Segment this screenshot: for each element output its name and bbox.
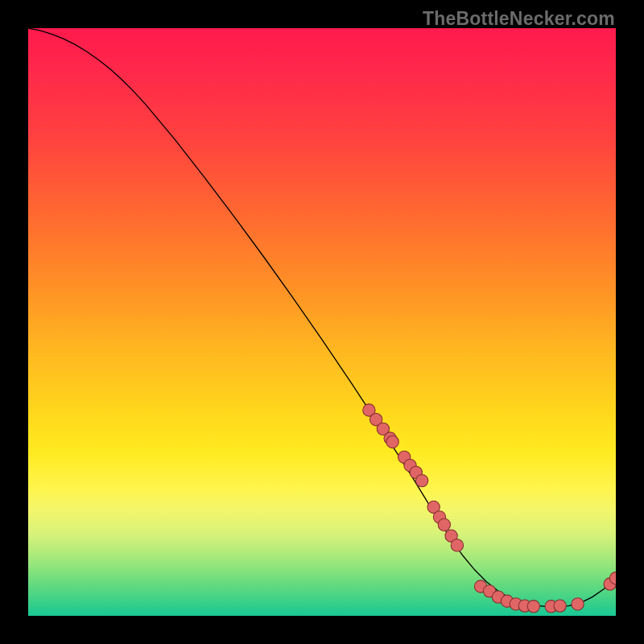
data-point	[554, 600, 566, 612]
curve-line	[28, 28, 616, 606]
watermark-label: TheBottleNecker.com	[423, 8, 615, 30]
data-point	[415, 474, 427, 486]
data-point	[451, 539, 463, 551]
data-point	[527, 601, 539, 613]
chart-stage: TheBottleNecker.com	[0, 0, 644, 644]
data-markers	[363, 404, 616, 613]
data-point	[438, 518, 450, 530]
data-point	[572, 598, 584, 610]
plot-area	[28, 28, 616, 616]
chart-svg	[28, 28, 616, 616]
data-point	[386, 436, 398, 448]
